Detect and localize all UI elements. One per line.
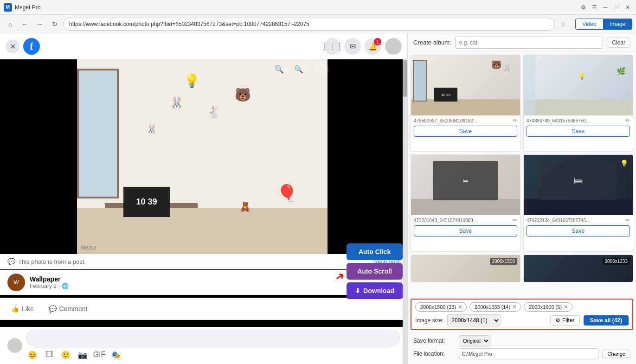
- file-location-row: File location: Change: [413, 348, 630, 359]
- forward-button[interactable]: →: [33, 18, 46, 31]
- file-location-input[interactable]: [459, 348, 598, 359]
- small-rabbit-decoration: 🐰: [147, 124, 157, 134]
- tag-close-button[interactable]: ✕: [512, 304, 517, 310]
- main-layout: ✕ f ⋮⋮⋮ ✉ 🔔 1 10 39 🐰: [0, 33, 636, 364]
- fb-grid-button[interactable]: ⋮⋮⋮: [324, 38, 340, 55]
- bunny-decoration: 🐇: [207, 106, 221, 119]
- video-mode-tab[interactable]: Video: [575, 19, 603, 30]
- browser-scrollbar[interactable]: [403, 59, 407, 364]
- clear-button[interactable]: Clear: [607, 38, 630, 48]
- filter-button[interactable]: ⚙ Filter: [550, 315, 580, 326]
- smile-button[interactable]: 🙂: [59, 348, 72, 361]
- create-album-label: Create album:: [413, 39, 451, 46]
- image-filename: 474232134_640163728574384_793: [527, 218, 591, 223]
- image-card-footer: 475500997_650058410918249_862 ✏: [411, 115, 520, 126]
- save-format-select[interactable]: Original JPG PNG: [459, 335, 490, 346]
- edit-icon[interactable]: ✏: [625, 117, 630, 124]
- image-dimensions: 2000x1333: [603, 258, 630, 265]
- globe-icon: 🌐: [62, 283, 69, 289]
- save-image-button[interactable]: Save: [527, 126, 630, 137]
- image-card: 2000x1333 🛏 💡 474232134_640163728574384_…: [523, 154, 633, 251]
- download-button[interactable]: ⬇ Download: [347, 282, 403, 299]
- mode-tabs: Video Image: [575, 19, 632, 30]
- image-mode-tab[interactable]: Image: [603, 19, 632, 30]
- bookmark-button[interactable]: ☆: [557, 18, 570, 31]
- image-card-partial: 2000x1333: [523, 255, 633, 282]
- comment-area: 😊 🎞 🙂 📷 GIF 🎭: [0, 327, 407, 364]
- save-image-button[interactable]: Save: [527, 225, 630, 236]
- comment-label: Comment: [59, 305, 88, 313]
- bear-decoration: 🐻: [235, 87, 251, 102]
- room-monitor: 10 39: [123, 187, 170, 217]
- emoji-button[interactable]: 😊: [26, 348, 39, 361]
- action-bar: 👍 Like 💬 Comment: [0, 298, 407, 320]
- browser-toolbar: ⌂ ← → ↻ ☆ Video Image: [0, 15, 636, 33]
- zoom-in-button[interactable]: 🔍+: [274, 61, 289, 77]
- address-bar[interactable]: [63, 18, 555, 31]
- image-card: 2000x1500 🛏 473231043_640157481908342_92…: [411, 154, 520, 251]
- menu-button[interactable]: ☰: [590, 3, 599, 12]
- edit-icon[interactable]: ✏: [513, 117, 517, 124]
- save-format-label: Save format:: [413, 338, 455, 344]
- fb-logo: f: [23, 38, 40, 55]
- settings-button[interactable]: ⚙: [578, 3, 588, 12]
- fb-messenger-button[interactable]: ✉: [344, 38, 361, 55]
- right-panel: Create album: Clear 2000x1333 10 39 🐰 🐻: [407, 33, 636, 364]
- minimize-button[interactable]: ─: [601, 3, 610, 12]
- gif-button[interactable]: 🎞: [43, 348, 56, 361]
- photo-controls: 🔍+ 🔍− ⛶: [274, 61, 328, 77]
- like-icon: 👍: [11, 305, 19, 313]
- auto-scroll-button[interactable]: Auto Scroll: [347, 263, 403, 280]
- refresh-button[interactable]: ↻: [48, 18, 61, 31]
- fb-notifications-button[interactable]: 🔔 1: [365, 38, 381, 55]
- comment-button[interactable]: 💬 Comment: [45, 302, 91, 315]
- auto-click-button[interactable]: Auto Click: [347, 243, 403, 260]
- gif2-button[interactable]: GIF: [93, 348, 106, 361]
- create-album-row: Create album: Clear: [408, 33, 636, 52]
- sticker-button[interactable]: 🎭: [109, 348, 122, 361]
- close-button[interactable]: ✕: [623, 3, 632, 12]
- scrollbar-thumb[interactable]: [403, 60, 407, 97]
- edit-icon[interactable]: ✏: [625, 217, 630, 224]
- like-label: Like: [22, 305, 34, 313]
- image-card-footer: 473231043_640157481908342_924 ✏: [411, 215, 520, 225]
- create-album-input[interactable]: [455, 37, 604, 49]
- zoom-out-button[interactable]: 🔍−: [293, 61, 309, 77]
- browser-area: ✕ f ⋮⋮⋮ ✉ 🔔 1 10 39 🐰: [0, 33, 407, 364]
- home-button[interactable]: ⌂: [4, 18, 17, 31]
- filter-tags: 2000x1500 (23) ✕ 2000x1333 (14) ✕ 2000x1…: [415, 302, 629, 312]
- image-size-select[interactable]: 2000x1448 (1) 2000x1500 (23) 2000x1333 (…: [447, 314, 501, 326]
- commenter-avatar: [7, 338, 22, 353]
- lamp-decoration: 💡: [184, 73, 200, 89]
- comment-input[interactable]: [26, 330, 400, 346]
- file-location-label: File location:: [413, 351, 455, 357]
- like-button[interactable]: 👍 Like: [7, 302, 38, 315]
- watermark: WB303: [81, 245, 96, 250]
- tag-close-button[interactable]: ✕: [564, 304, 568, 310]
- edit-icon[interactable]: ✏: [513, 217, 517, 224]
- filter-tag: 2000x1600 (5) ✕: [524, 302, 572, 312]
- image-thumbnail: 2000x1500 🌿 💡: [524, 55, 633, 115]
- maximize-button[interactable]: □: [612, 3, 621, 12]
- rabbit-decoration: 🐰: [170, 96, 184, 109]
- balloon-dog: 🎈: [276, 184, 297, 203]
- camera-icon-btn[interactable]: 📷: [76, 348, 89, 361]
- back-button[interactable]: ←: [19, 18, 32, 31]
- change-location-button[interactable]: Change: [602, 350, 630, 358]
- toy-decoration: 🧸: [239, 201, 251, 212]
- filter-area: 2000x1500 (23) ✕ 2000x1333 (14) ✕ 2000x1…: [411, 299, 633, 330]
- title-bar: M Meget Pro ⚙ ☰ ─ □ ✕: [0, 0, 636, 15]
- save-image-button[interactable]: Save: [414, 225, 517, 236]
- save-all-button[interactable]: Save all (42): [584, 315, 629, 326]
- partial-thumbnail: 2000x1500: [411, 255, 520, 282]
- save-image-button[interactable]: Save: [414, 126, 517, 137]
- fb-close-button[interactable]: ✕: [6, 39, 19, 53]
- expand-button[interactable]: ⛶: [313, 61, 328, 77]
- save-format-row: Save format: Original JPG PNG: [413, 335, 630, 346]
- image-filename: 475500997_650058410918249_862: [414, 118, 479, 123]
- image-size-label: Image size:: [415, 317, 443, 324]
- fb-avatar: [385, 38, 402, 55]
- tag-close-button[interactable]: ✕: [458, 304, 463, 310]
- room-floor: [77, 208, 328, 254]
- photo-main-image: 10 39 🐰 🐇 🐻 🐰 🎈 💡 🧸 WB303: [77, 59, 328, 254]
